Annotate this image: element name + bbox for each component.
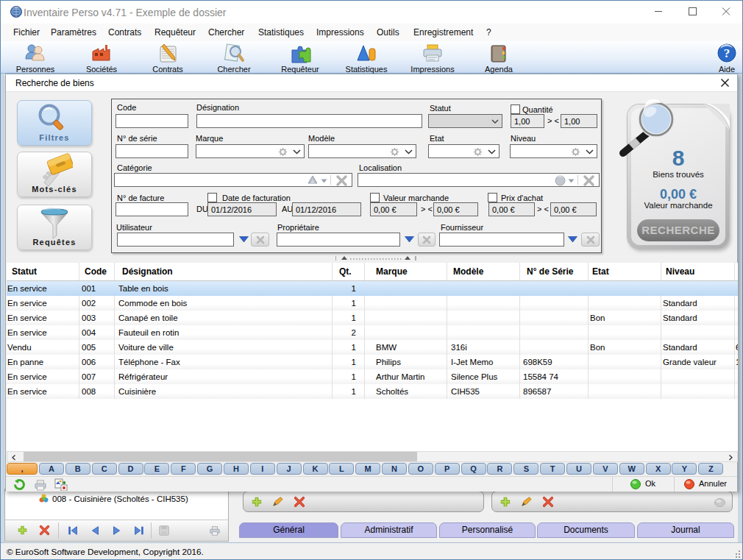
svg-text:?: ? xyxy=(724,46,730,60)
